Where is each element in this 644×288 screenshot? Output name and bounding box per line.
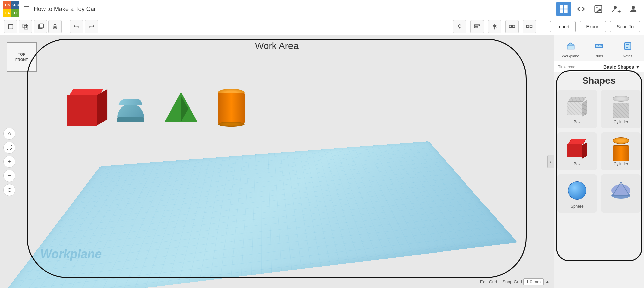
export-button[interactable]: Export <box>580 21 606 32</box>
thumb-box-red-top <box>568 139 586 144</box>
workplane-panel-label: Workplane <box>562 54 579 58</box>
undo-button[interactable] <box>70 20 83 33</box>
partial-shape-svg <box>611 180 631 200</box>
workplane-panel-button[interactable]: Workplane <box>557 39 584 61</box>
shape-thumb-partial <box>607 178 634 202</box>
mirror-button[interactable] <box>488 20 501 33</box>
main-content: TOP FRONT ⌂ ⛶ + − ⊙ Work Area Workplane <box>0 35 644 288</box>
duplicate-button[interactable] <box>34 20 47 33</box>
ungroup-button[interactable] <box>523 20 536 33</box>
shape-thumb-cyl-gray <box>607 94 634 118</box>
right-panel-header: Workplane Ruler <box>554 35 644 61</box>
fit-view-button[interactable]: ⛶ <box>3 142 15 154</box>
ruler-icon <box>594 41 604 53</box>
shapes-panel-title: Shapes <box>557 75 641 86</box>
svg-rect-10 <box>23 24 27 28</box>
svg-rect-9 <box>24 25 28 29</box>
hint-button[interactable] <box>453 20 466 33</box>
header-actions <box>556 2 641 16</box>
view-controls: ⌂ ⛶ + − ⊙ <box>3 128 15 196</box>
orange-cyl-bottom <box>218 122 245 127</box>
redo-button[interactable] <box>85 20 98 33</box>
shape-card-sphere-name: Sphere <box>571 204 584 209</box>
teal-half-cylinder-shape[interactable] <box>117 99 144 122</box>
thumb-box-red-right <box>582 142 587 159</box>
dropdown-arrow-icon: ▼ <box>635 64 640 70</box>
orange-cylinder-shape[interactable] <box>218 89 245 126</box>
notes-panel-label: Notes <box>623 54 632 58</box>
menu-icon[interactable]: ☰ <box>23 5 29 13</box>
thumb-sphere-blue-visual <box>568 181 586 200</box>
green-pyramid-shape[interactable] <box>164 92 198 122</box>
shape-card-cyl-gray[interactable]: Cylinder <box>601 90 641 128</box>
group-button[interactable] <box>505 20 519 33</box>
thumb-cyl-orange-visual <box>613 137 629 159</box>
svg-rect-12 <box>40 24 44 28</box>
shape-type-label: Basic Shapes <box>603 64 634 70</box>
shape-card-partial[interactable] <box>601 174 641 213</box>
shape-thumb-cyl-orange <box>607 136 634 160</box>
shape-card-box-red[interactable]: Box <box>557 132 597 170</box>
thumb-box-gray-visual <box>567 97 587 115</box>
ruler-panel-button[interactable]: Ruler <box>586 39 612 61</box>
svg-rect-1 <box>564 5 568 8</box>
red-box-shape[interactable] <box>67 95 97 126</box>
shape-card-cyl-gray-name: Cylinder <box>614 120 628 124</box>
thumb-box-red-front <box>567 144 582 157</box>
shape-card-sphere[interactable]: Sphere <box>557 174 597 213</box>
toolbar-separator-2 <box>543 22 543 32</box>
viewport[interactable]: TOP FRONT ⌂ ⛶ + − ⊙ Work Area Workplane <box>0 35 554 288</box>
thumb-box-gray-right <box>582 100 587 117</box>
half-cyl-base-face <box>117 117 144 122</box>
svg-rect-15 <box>474 27 478 28</box>
toolbar-right: Import Export Send To <box>453 20 640 33</box>
thumb-box-red-visual <box>567 139 587 157</box>
svg-rect-17 <box>512 25 515 27</box>
3d-shapes-container <box>67 89 245 126</box>
shapes-grid-bottom: Sphere <box>557 174 641 213</box>
shape-card-cyl-orange[interactable]: Cylinder <box>601 132 641 170</box>
thumb-box-gray-top <box>568 97 586 102</box>
home-view-button[interactable]: ⌂ <box>3 128 15 140</box>
shape-card-box-gray[interactable]: Box <box>557 90 597 128</box>
ruler-panel-label: Ruler <box>594 54 603 58</box>
add-collaborator-button[interactable] <box>608 2 623 16</box>
snap-grid-control: Snap Grid 1.0 mm ▲ <box>502 278 550 285</box>
gallery-button[interactable] <box>591 2 606 16</box>
thumb-cyl-orange-body <box>613 145 629 161</box>
thumb-box-gray-front <box>567 102 582 115</box>
tinker-button[interactable] <box>574 2 588 16</box>
shape-card-box-gray-name: Box <box>574 120 581 124</box>
svg-rect-18 <box>526 25 529 27</box>
grid-view-button[interactable] <box>556 2 571 16</box>
perspective-button[interactable]: ⊙ <box>3 184 15 196</box>
profile-button[interactable] <box>626 2 641 16</box>
workplane-container[interactable] <box>20 55 543 271</box>
shape-type-dropdown[interactable]: Basic Shapes ▼ <box>603 64 640 70</box>
zoom-in-button[interactable]: + <box>3 156 15 168</box>
grid-controls: Edit Grid Snap Grid 1.0 mm ▲ <box>480 278 550 285</box>
red-cube <box>67 95 97 126</box>
work-area-label: Work Area <box>255 41 299 51</box>
snap-grid-value[interactable]: 1.0 mm <box>523 278 544 285</box>
copy-button[interactable] <box>19 20 32 33</box>
orange-cyl-body <box>218 93 245 123</box>
delete-button[interactable] <box>48 20 62 33</box>
half-cyl-top-face <box>118 99 143 105</box>
svg-point-5 <box>596 7 598 8</box>
align-button[interactable] <box>470 20 484 33</box>
notes-panel-button[interactable]: Notes <box>614 39 641 61</box>
new-button[interactable] <box>4 20 17 33</box>
tinkercad-brand-label: Tinkercad <box>558 65 575 69</box>
zoom-out-button[interactable]: − <box>3 170 15 182</box>
svg-rect-3 <box>564 9 568 13</box>
snap-grid-arrow[interactable]: ▲ <box>545 279 550 284</box>
red-cube-right <box>97 89 107 125</box>
svg-rect-2 <box>560 9 563 13</box>
svg-rect-14 <box>474 25 479 26</box>
collapse-button[interactable]: › <box>547 155 554 168</box>
edit-grid-button[interactable]: Edit Grid <box>480 279 497 284</box>
import-button[interactable]: Import <box>550 21 576 32</box>
red-cube-front <box>67 95 97 126</box>
send-to-button[interactable]: Send To <box>610 21 640 32</box>
